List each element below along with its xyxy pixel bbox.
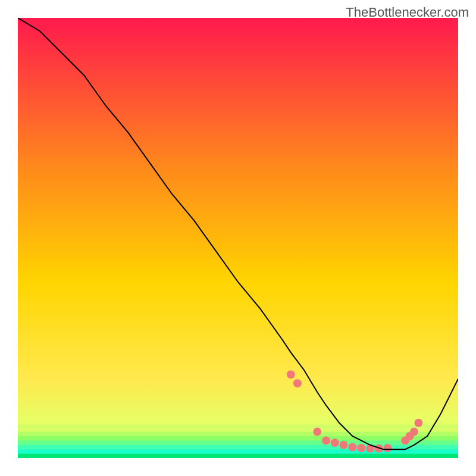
highlight-dot — [410, 428, 418, 436]
watermark-text: TheBottlenecker.com — [346, 5, 469, 20]
highlight-dot — [322, 436, 330, 444]
highlight-dot — [414, 419, 422, 427]
color-band — [18, 454, 458, 458]
chart-svg — [18, 18, 458, 458]
highlight-dot — [331, 439, 339, 447]
highlight-dot — [313, 428, 321, 436]
color-band — [18, 427, 458, 432]
highlight-dot — [287, 370, 295, 378]
color-band — [18, 436, 458, 441]
highlight-dot — [340, 441, 348, 449]
color-band — [18, 432, 458, 437]
highlight-dot — [293, 379, 302, 387]
bottom-band-group — [18, 427, 458, 458]
chart-container: TheBottlenecker.com — [0, 0, 476, 476]
color-band — [18, 449, 458, 454]
plot-area — [18, 18, 458, 458]
color-band — [18, 440, 458, 445]
gradient-background — [18, 18, 458, 458]
highlight-dot — [348, 443, 356, 452]
highlight-dot — [357, 444, 365, 452]
highlight-dot — [384, 444, 392, 452]
